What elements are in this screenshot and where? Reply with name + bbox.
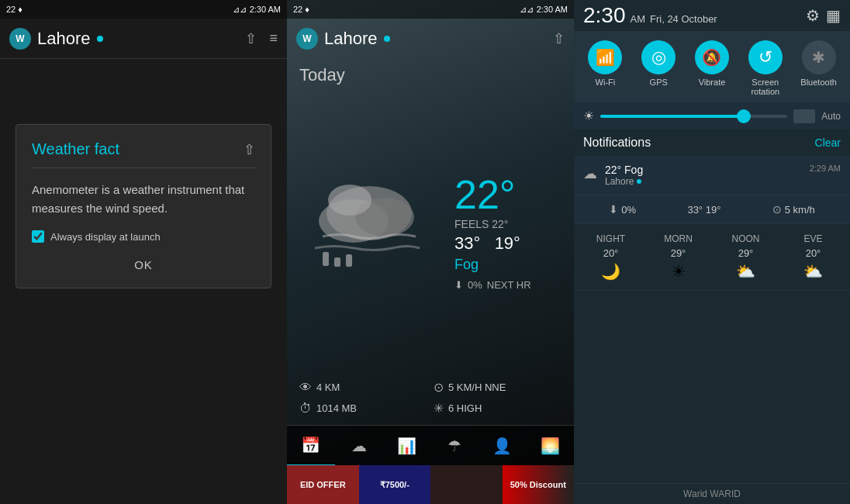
tab-umbrella[interactable]: ☂ — [430, 426, 479, 466]
high-temp: 33° — [454, 233, 480, 253]
tab-calendar[interactable]: 📅 — [287, 426, 335, 466]
ad-segment-3[interactable] — [430, 465, 503, 504]
right-time-row: 2:30 AM Fri, 24 October ⚙ ▦ — [574, 0, 850, 31]
left-w-icon: W — [9, 28, 31, 50]
qs-gps[interactable]: ◎ GPS — [634, 40, 684, 96]
ad-segment-2[interactable]: ₹7500/- — [359, 465, 431, 504]
vibrate-icon-circle: 🔕 — [695, 40, 729, 74]
right-time-display: 2:30 AM Fri, 24 October — [583, 3, 717, 28]
qs-bluetooth-label: Bluetooth — [800, 78, 836, 87]
left-signal-icon: ⊿⊿ — [233, 5, 247, 15]
notif-title: 22° Fog — [605, 164, 802, 176]
middle-status-time: 22 ♦ — [293, 5, 309, 14]
ok-button[interactable]: OK — [134, 258, 153, 271]
qs-bluetooth[interactable]: ✱ Bluetooth — [793, 40, 844, 96]
grid-icon[interactable]: ▦ — [826, 6, 841, 25]
brightness-fill — [600, 115, 741, 118]
bluetooth-icon-circle: ✱ — [802, 40, 836, 74]
weather-svg-icon — [299, 171, 423, 271]
tab-sunrise[interactable]: 🌅 — [526, 426, 574, 466]
middle-signal-icon: ⊿⊿ — [520, 5, 534, 15]
forecast-noon-temp: 29° — [738, 247, 754, 259]
left-status-time: 22 ♦ — [6, 5, 22, 14]
settings-gear-icon[interactable]: ⚙ — [806, 6, 820, 25]
qs-wifi[interactable]: 📶 Wi-Fi — [580, 40, 631, 96]
notif-cloud-icon: ☁ — [583, 165, 597, 187]
left-status-left: 22 ♦ — [6, 5, 22, 14]
right-header-icons: ⚙ ▦ — [806, 6, 841, 25]
weather-fact-dialog: Weather fact ⇧ Anemometer is a weather i… — [16, 124, 271, 288]
precip-label: NEXT HR — [487, 279, 531, 291]
middle-share-icon[interactable]: ⇧ — [553, 30, 565, 47]
forecast-morn: MORN 29° ☀ — [644, 230, 712, 284]
today-label: Today — [287, 59, 574, 91]
weather-info: 22° FEELS 22° 33° 19° Fog ⬇ 0% NEXT HR — [454, 174, 531, 291]
middle-status-left: 22 ♦ — [293, 5, 309, 14]
forecast-eve: EVE 20° ⛅ — [779, 230, 847, 284]
notifications-header: Notifications Clear — [574, 129, 850, 156]
pressure-value: 1014 MB — [316, 402, 357, 414]
svg-rect-5 — [334, 257, 340, 267]
qs-screen-rotation[interactable]: ↺ Screen rotation — [740, 40, 790, 96]
gps-icon-circle: ◎ — [641, 40, 676, 74]
wd-wind: ⊙ 5 km/h — [772, 203, 815, 216]
left-status-right: ⊿⊿ 2:30 AM — [233, 5, 281, 15]
low-temp: 19° — [495, 233, 520, 253]
notif-content: 22° Fog Lahore — [605, 164, 802, 187]
notif-dot — [637, 179, 641, 184]
wd-hilo-value: 33° 19° — [687, 204, 720, 216]
clear-button[interactable]: Clear — [815, 136, 841, 149]
right-date: Fri, 24 October — [650, 13, 717, 25]
middle-clock: 2:30 AM — [537, 5, 568, 14]
tab-person[interactable]: 👤 — [479, 426, 527, 466]
always-display-checkbox[interactable] — [32, 230, 44, 243]
wifi-icon-circle: 📶 — [588, 40, 622, 74]
svg-rect-4 — [323, 252, 329, 266]
precip-down-icon: ⬇ — [454, 279, 463, 291]
forecast-eve-label: EVE — [803, 233, 822, 244]
forecast-eve-icon: ⛅ — [803, 262, 823, 281]
ad-segment-4[interactable]: 50% Discount — [503, 465, 575, 504]
uv-icon: ✳ — [434, 401, 444, 416]
weather-fact-share-icon[interactable]: ⇧ — [244, 141, 255, 158]
wd-wind-value: 5 km/h — [785, 204, 815, 216]
forecast-noon: NOON 29° ⛅ — [712, 230, 779, 284]
left-panel: 22 ♦ ⊿⊿ 2:30 AM W Lahore ⇧ ≡ Weather fac… — [0, 0, 287, 504]
feels-like: FEELS 22° — [454, 218, 531, 230]
visibility-value: 4 KM — [316, 381, 340, 393]
notification-item[interactable]: ☁ 22° Fog Lahore 2:29 AM — [574, 156, 850, 195]
weather-condition: Fog — [454, 257, 531, 273]
middle-header: W Lahore ⇧ — [287, 19, 574, 59]
middle-status-bar: 22 ♦ ⊿⊿ 2:30 AM — [287, 0, 574, 19]
precip-row: ⬇ 0% NEXT HR — [454, 279, 531, 291]
forecast-night: NIGHT 20° 🌙 — [577, 230, 644, 284]
forecast-night-temp: 20° — [603, 247, 619, 259]
left-share-icon[interactable]: ⇧ — [245, 30, 257, 47]
uv-value: 6 HIGH — [448, 402, 482, 414]
brightness-row: ☀ Auto — [574, 102, 850, 129]
forecast-eve-temp: 20° — [806, 247, 821, 259]
ad-segment-1[interactable]: EID OFFER — [287, 465, 359, 504]
left-header: W Lahore ⇧ ≡ — [0, 19, 287, 59]
tab-cloud[interactable]: ☁ — [335, 426, 383, 466]
auto-box — [793, 109, 815, 123]
notif-time: 2:29 AM — [810, 164, 841, 187]
brightness-slider[interactable] — [600, 115, 787, 118]
qs-vibrate[interactable]: 🔕 Vibrate — [687, 40, 738, 96]
middle-status-right: ⊿⊿ 2:30 AM — [520, 5, 568, 15]
main-temperature: 22° — [454, 174, 531, 215]
middle-w-icon: W — [296, 28, 318, 50]
tab-chart[interactable]: 📊 — [382, 426, 430, 466]
weather-fact-title: Weather fact — [32, 140, 119, 158]
notif-location: Lahore — [605, 176, 634, 187]
left-menu-icon[interactable]: ≡ — [269, 30, 278, 47]
left-clock: 2:30 AM — [250, 5, 281, 14]
carrier-bar: Warid WARID — [574, 483, 850, 504]
brightness-thumb — [737, 109, 751, 123]
wd-precip: ⬇ 0% — [609, 203, 636, 216]
quick-settings: 📶 Wi-Fi ◎ GPS 🔕 Vibrate ↺ Screen rotatio… — [574, 31, 850, 102]
weather-fact-checkbox-row: Always display at launch — [32, 230, 255, 243]
always-display-label: Always display at launch — [50, 231, 161, 243]
visibility-item: 👁 4 KM — [299, 380, 427, 395]
left-city-name: W Lahore — [9, 28, 103, 50]
